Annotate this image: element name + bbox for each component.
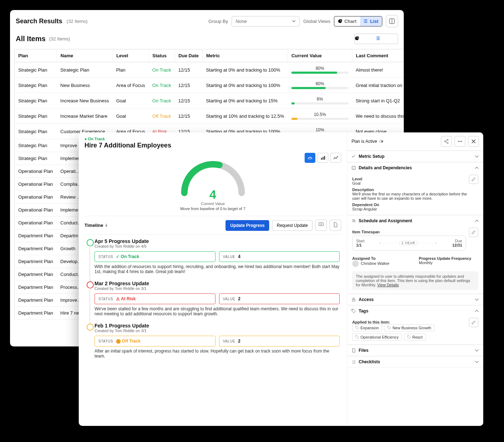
chart-view-button[interactable]: Chart — [334, 16, 360, 26]
checklists-accordion[interactable]: Checklists — [347, 356, 483, 368]
chevron-down-icon — [475, 154, 479, 159]
tag-icon — [355, 326, 359, 330]
card-header: Search Results (32 Items) Group By None … — [10, 10, 404, 29]
column-header[interactable]: Last Comment — [352, 49, 404, 62]
tag-chip[interactable]: Operational Efficiency — [352, 334, 402, 341]
tag-chip[interactable]: New Business Growth — [384, 324, 434, 331]
view-details-link[interactable]: View Details — [377, 283, 399, 287]
group-by-select[interactable]: None — [232, 16, 300, 26]
all-items-count: (32 Items) — [49, 36, 70, 42]
dependent-label: Dependent On — [352, 203, 469, 207]
tag-chip[interactable]: React — [404, 334, 426, 341]
gauge-value: 4 — [84, 188, 341, 201]
mini-list-button[interactable] — [376, 34, 398, 44]
assigned-label: Assigned To — [352, 256, 412, 261]
update-status-box: STATUS⬤ Off Track — [94, 336, 215, 346]
tag-icon — [355, 335, 359, 339]
progress-label: 10.5% — [291, 112, 349, 117]
table-row[interactable]: Strategic PlanStrategic PlanPlanOn Track… — [15, 62, 404, 78]
edit-details-button[interactable] — [469, 175, 478, 184]
timespan-widget: Start1/1 ‹ · · · · · 1 YEAR · · · · · › … — [352, 235, 466, 251]
update-subtitle: Created by Tom Riddle on 3/1 — [94, 286, 340, 291]
more-button[interactable] — [455, 136, 465, 147]
list-icon — [376, 36, 381, 40]
frequency-value: Monthly — [419, 261, 478, 265]
progress-bar — [291, 87, 349, 89]
column-header[interactable]: Due Date — [175, 49, 202, 62]
columns-button[interactable] — [386, 15, 398, 27]
gauge-note: Move from baseline of 0 to target of 7 — [84, 207, 341, 211]
chevron-down-icon — [292, 19, 296, 23]
columns-icon — [389, 18, 395, 24]
column-header[interactable]: Plan — [15, 49, 57, 62]
progress-update: Apr 5 Progress Update Created by Tom Rid… — [94, 238, 340, 278]
file-icon — [352, 348, 356, 353]
mini-chart-button[interactable] — [355, 34, 376, 44]
detail-main: ● On Track Hire 7 Additional Employees 4… — [79, 132, 347, 426]
svg-point-25 — [352, 310, 353, 310]
schedule-note: The assigned to user is ultimately respo… — [352, 271, 478, 290]
files-accordion[interactable]: Files — [347, 345, 483, 356]
plus-note-icon — [319, 222, 324, 227]
share-button[interactable] — [441, 136, 452, 147]
update-status-box: STATUS✓ On Track — [94, 251, 215, 262]
gauge-view-button[interactable] — [305, 153, 315, 163]
svg-rect-9 — [321, 158, 322, 160]
add-update-button[interactable] — [315, 220, 327, 231]
lock-icon — [352, 297, 356, 302]
svg-point-17 — [447, 142, 449, 144]
close-button[interactable] — [468, 136, 479, 147]
pencil-icon — [471, 320, 476, 325]
table-row[interactable]: Strategic PlanIncrease Market ShareGoalO… — [15, 108, 404, 124]
update-title: Feb 1 Progress Update — [94, 323, 340, 329]
update-progress-button[interactable]: Update Progress — [226, 220, 269, 231]
gauge-label: Current Value — [84, 201, 341, 206]
svg-point-14 — [381, 141, 383, 142]
column-header[interactable]: Level — [112, 49, 149, 62]
progress-label: 60% — [291, 81, 349, 86]
level-value: Goal — [352, 181, 469, 185]
request-update-button[interactable]: Request Update — [272, 220, 312, 231]
tag-icon — [352, 309, 356, 313]
frequency-label: Progress Update Frequency — [419, 256, 478, 261]
assigned-value: Christine Walker — [352, 261, 412, 267]
svg-rect-10 — [323, 157, 324, 160]
update-subtitle: Created by Tom Riddle on 3/1 — [94, 329, 340, 333]
access-accordion[interactable]: Access — [347, 294, 483, 305]
column-header[interactable]: Metric — [202, 49, 287, 62]
update-body: With the addition of resources to suppor… — [94, 264, 340, 274]
edit-schedule-button[interactable] — [469, 228, 478, 237]
list-view-button[interactable]: List — [360, 16, 382, 26]
schedule-accordion: Schedule and Assignment Item Timespan St… — [347, 215, 483, 294]
update-title: Apr 5 Progress Update — [94, 238, 340, 244]
timeline-toolbar: Timeline Update Progress Request Update — [84, 216, 341, 235]
all-items-title: All Items — [16, 35, 45, 43]
file-icon — [333, 222, 338, 227]
table-row[interactable]: Strategic PlanIncrease New BusinessGoalO… — [15, 93, 404, 108]
update-title: Mar 2 Progress Update — [94, 281, 340, 286]
edit-tags-button[interactable] — [469, 318, 478, 327]
line-view-button[interactable] — [330, 153, 341, 163]
tag-chip[interactable]: Expansion — [352, 324, 382, 331]
table-row[interactable]: Strategic PlanNew BusinessArea of FocusO… — [15, 78, 404, 93]
level-label: Level — [352, 177, 469, 181]
svg-point-20 — [461, 141, 462, 142]
svg-point-1 — [364, 21, 364, 21]
export-button[interactable] — [330, 220, 341, 231]
column-header[interactable]: Current Value — [288, 49, 352, 62]
svg-point-18 — [458, 141, 459, 142]
pie-icon — [338, 19, 342, 23]
bar-view-button[interactable] — [318, 153, 328, 163]
update-body: After an initial spark of interest, prog… — [94, 349, 340, 359]
metric-setup-accordion[interactable]: Metric Setup — [347, 151, 483, 162]
chevron-down-icon — [475, 360, 479, 364]
column-header[interactable]: Name — [57, 49, 113, 62]
update-value-box: VALUE2 — [219, 293, 340, 304]
description-label: Description — [352, 188, 469, 192]
column-header[interactable]: Status — [149, 49, 175, 62]
item-detail-panel: ● On Track Hire 7 Additional Employees 4… — [79, 132, 483, 426]
chevron-down-icon — [475, 348, 479, 353]
update-subtitle: Created by Tom Riddle on 4/5 — [94, 244, 340, 248]
all-items-header: All Items (32 Items) — [10, 29, 404, 46]
global-views-label: Global Views — [303, 19, 330, 24]
